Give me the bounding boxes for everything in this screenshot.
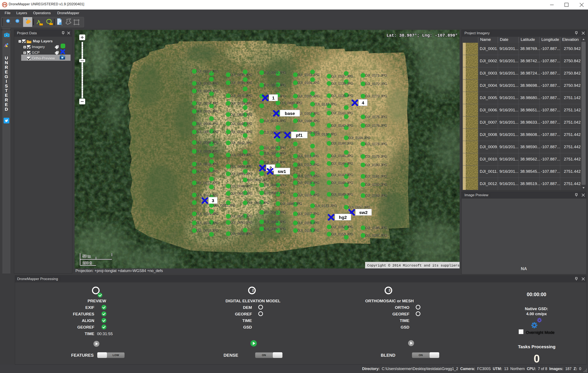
svg-text:DJI_0045.JPG: DJI_0045.JPG <box>230 172 252 176</box>
svg-text:DJI_0041.JPG: DJI_0041.JPG <box>230 130 252 134</box>
svg-text:DJI_0182.JPG: DJI_0182.JPG <box>365 183 387 187</box>
svg-text:DJI_0138.JPG: DJI_0138.JPG <box>331 82 353 86</box>
svg-text:DJI_0175.JPG: DJI_0175.JPG <box>365 115 387 119</box>
svg-text:DJI_0181.JPG: DJI_0181.JPG <box>365 175 387 179</box>
svg-text:DJI_0137.JPG: DJI_0137.JPG <box>331 74 353 78</box>
svg-text:DJI_0051.JPG: DJI_0051.JPG <box>230 232 252 236</box>
svg-text:1: 1 <box>272 95 275 100</box>
svg-text:DJI_0186.JPG: DJI_0186.JPG <box>365 226 387 230</box>
svg-text:DJI_0036.JPG: DJI_0036.JPG <box>230 81 252 85</box>
svg-text:DJI_0119.JPG: DJI_0119.JPG <box>297 229 319 233</box>
svg-text:DJI_0010.JPG: DJI_0010.JPG <box>196 162 219 166</box>
svg-text:DJI_0118.JPG: DJI_0118.JPG <box>297 221 319 225</box>
svg-text:DJI_0009.JPG: DJI_0009.JPG <box>196 150 219 153</box>
svg-text:DJI_0002.JPG: DJI_0002.JPG <box>196 82 219 86</box>
svg-text:DJI_0007.JPG: DJI_0007.JPG <box>196 130 219 134</box>
svg-text:DJI_0144.JPG: DJI_0144.JPG <box>331 142 353 145</box>
svg-text:DJI_0039.JPG: DJI_0039.JPG <box>230 113 252 117</box>
svg-text:DJI_0083.JPG: DJI_0083.JPG <box>264 211 286 214</box>
svg-text:DJI_0069.JPG: DJI_0069.JPG <box>264 71 286 75</box>
svg-text:50 m: 50 m <box>83 254 91 258</box>
svg-text:DJI_0147.JPG: DJI_0147.JPG <box>331 173 353 177</box>
svg-text:DJI_0153.JPG: DJI_0153.JPG <box>331 232 353 236</box>
svg-text:DJI_0149.JPG: DJI_0149.JPG <box>331 193 353 196</box>
svg-text:DJI_0176.JPG: DJI_0176.JPG <box>365 124 387 128</box>
svg-text:sw2: sw2 <box>359 210 368 215</box>
svg-text:DJI_0171.JPG: DJI_0171.JPG <box>365 74 387 78</box>
svg-text:DJI_0117.JPG: DJI_0117.JPG <box>297 212 319 216</box>
svg-text:base: base <box>285 111 295 116</box>
svg-text:DJI_0115.JPG: DJI_0115.JPG <box>297 193 319 197</box>
svg-text:DJI_0013.JPG: DJI_0013.JPG <box>196 193 219 197</box>
svg-text:DJI_0057.JPG: DJI_0057.JPG <box>247 178 269 182</box>
svg-text:DJI_0017.JPG: DJI_0017.JPG <box>196 229 219 233</box>
svg-text:DJI_0076.JPG: DJI_0076.JPG <box>264 146 286 150</box>
svg-text:DJI_0004.JPG: DJI_0004.JPG <box>196 102 219 105</box>
svg-text:DJI_0179.JPG: DJI_0179.JPG <box>365 155 387 159</box>
svg-text:DJI_0183.JPG: DJI_0183.JPG <box>365 194 387 198</box>
svg-text:DJI_0011.JPG: DJI_0011.JPG <box>196 170 218 174</box>
svg-text:DJI_0112.JPG: DJI_0112.JPG <box>297 163 319 167</box>
svg-text:DJI_0123.JPG: DJI_0123.JPG <box>315 204 337 208</box>
svg-text:DJI_0038.JPG: DJI_0038.JPG <box>230 102 252 105</box>
svg-text:DJI_0146.JPG: DJI_0146.JPG <box>331 162 353 166</box>
svg-text:DJI_0130.JPG: DJI_0130.JPG <box>315 132 337 136</box>
svg-text:DJI_0099.JPG: DJI_0099.JPG <box>280 101 302 105</box>
svg-text:DJI_0180.JPG: DJI_0180.JPG <box>365 163 387 167</box>
svg-text:DJI_0107.JPG: DJI_0107.JPG <box>297 112 320 116</box>
svg-text:DJI_0103.JPG: DJI_0103.JPG <box>297 73 320 77</box>
svg-text:DJI_0080.JPG: DJI_0080.JPG <box>264 183 286 187</box>
svg-text:DJI_0108.JPG: DJI_0108.JPG <box>297 119 320 123</box>
svg-text:DJI_0172.JPG: DJI_0172.JPG <box>365 82 387 86</box>
svg-text:DJI_0012.JPG: DJI_0012.JPG <box>196 181 219 185</box>
svg-text:DJI_0145.JPG: DJI_0145.JPG <box>331 154 353 158</box>
svg-text:DJI_0081.JPG: DJI_0081.JPG <box>264 191 286 195</box>
svg-text:DJI_0077.JPG: DJI_0077.JPG <box>264 151 286 155</box>
svg-text:DJI_0049.JPG: DJI_0049.JPG <box>230 214 252 218</box>
svg-text:DJI_0042.JPG: DJI_0042.JPG <box>230 141 252 145</box>
svg-text:DJI_0111.JPG: DJI_0111.JPG <box>297 154 319 158</box>
svg-text:DJI_0008.JPG: DJI_0008.JPG <box>196 141 219 145</box>
svg-text:DJI_0044.JPG: DJI_0044.JPG <box>230 165 252 169</box>
svg-text:DJI_0139.JPG: DJI_0139.JPG <box>331 94 353 98</box>
svg-text:DJI_0104.JPG: DJI_0104.JPG <box>297 81 320 85</box>
svg-text:DJI_0085.JPG: DJI_0085.JPG <box>264 227 286 231</box>
svg-text:4: 4 <box>362 100 364 105</box>
svg-text:DJI_0078.JPG: DJI_0078.JPG <box>264 161 286 164</box>
svg-text:DJI_0105.JPG: DJI_0105.JPG <box>297 94 320 98</box>
svg-text:Lat: 38.987°; Lng: -107.890°: Lat: 38.987°; Lng: -107.890° <box>387 33 458 38</box>
svg-text:3: 3 <box>212 198 214 203</box>
svg-text:DJI_0141.JPG: DJI_0141.JPG <box>331 111 353 115</box>
svg-text:DJI_0006.JPG: DJI_0006.JPG <box>196 122 219 126</box>
svg-text:sw1: sw1 <box>278 169 286 174</box>
svg-text:DJI_0187.JPG: DJI_0187.JPG <box>365 234 387 238</box>
svg-text:DJI_0016.JPG: DJI_0016.JPG <box>196 221 219 225</box>
svg-text:Copyright © 2014 Microsoft and: Copyright © 2014 Microsoft and its suppl… <box>367 263 460 268</box>
svg-text:DJI_0113.JPG: DJI_0113.JPG <box>297 174 319 178</box>
svg-text:pf1: pf1 <box>296 133 303 138</box>
svg-text:DJI_0157.JPG: DJI_0157.JPG <box>348 206 370 209</box>
svg-text:DJI_0142.JPG: DJI_0142.JPG <box>331 124 353 128</box>
svg-text:DJI_0114.JPG: DJI_0114.JPG <box>297 181 319 185</box>
svg-text:DJI_0037.JPG: DJI_0037.JPG <box>230 94 252 98</box>
svg-text:DJI_0133.JPG: DJI_0133.JPG <box>315 102 337 106</box>
svg-text:DJI_0015.JPG: DJI_0015.JPG <box>196 212 219 216</box>
svg-text:DJI_0021.JPG: DJI_0021.JPG <box>214 204 236 207</box>
svg-text:DJI_0001.JPG: DJI_0001.JPG <box>196 70 219 73</box>
svg-text:DJI_0152.JPG: DJI_0152.JPG <box>331 225 353 229</box>
svg-text:DJI_0050.JPG: DJI_0050.JPG <box>230 221 252 225</box>
svg-text:DJI_0047.JPG: DJI_0047.JPG <box>230 192 252 196</box>
svg-text:DJI_0148.JPG: DJI_0148.JPG <box>331 181 353 185</box>
svg-text:DJI_0005.JPG: DJI_0005.JPG <box>196 110 219 113</box>
svg-text:DJI_0084.JPG: DJI_0084.JPG <box>264 220 286 224</box>
svg-text:DJI_0164.JPG: DJI_0164.JPG <box>348 136 370 140</box>
svg-text:DJI_0035.JPG: DJI_0035.JPG <box>230 73 252 77</box>
svg-text:DJI_0043.JPG: DJI_0043.JPG <box>230 153 252 157</box>
svg-text:DJI_0046.JPG: DJI_0046.JPG <box>230 184 252 188</box>
svg-text:DJI_0074.JPG: DJI_0074.JPG <box>264 119 286 123</box>
svg-text:DJI_0003.JPG: DJI_0003.JPG <box>196 89 219 93</box>
svg-text:DJI_0040.JPG: DJI_0040.JPG <box>230 122 252 126</box>
svg-text:DJI_0070.JPG: DJI_0070.JPG <box>264 83 286 87</box>
svg-text:DJI_0173.JPG: DJI_0173.JPG <box>365 94 387 98</box>
svg-text:hg2: hg2 <box>339 215 347 220</box>
